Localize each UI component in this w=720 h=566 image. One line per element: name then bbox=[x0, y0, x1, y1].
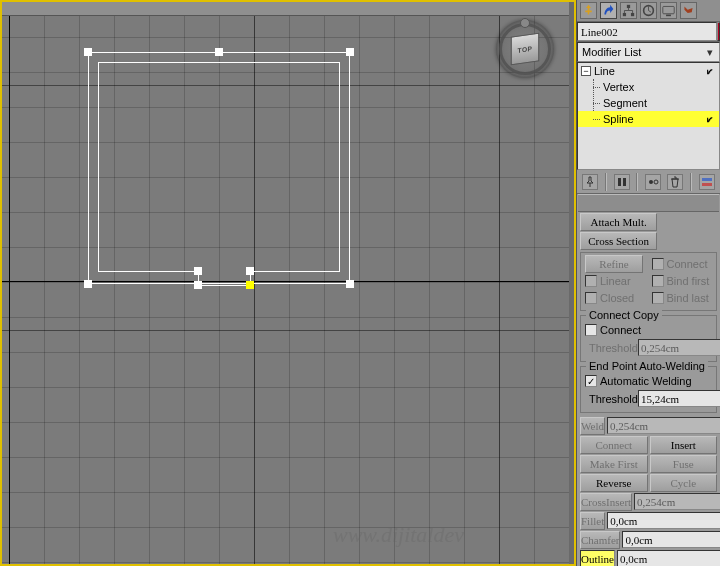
ruler bbox=[2, 2, 574, 16]
stack-toolbar bbox=[577, 170, 720, 194]
outline-spinner[interactable]: ▲▼ bbox=[617, 550, 720, 566]
spline-shape[interactable] bbox=[98, 62, 340, 272]
spline-edge[interactable] bbox=[198, 285, 251, 286]
handle[interactable] bbox=[346, 48, 354, 56]
fillet-button[interactable]: Fillet bbox=[580, 512, 605, 530]
configure-sets-button[interactable] bbox=[699, 174, 715, 190]
stack-sub-segment[interactable]: Segment bbox=[578, 95, 719, 111]
viewcube-top-face[interactable]: TOP bbox=[511, 33, 540, 66]
trash-icon bbox=[669, 176, 681, 188]
stack-root-line[interactable]: − Line 🗸 bbox=[578, 63, 719, 79]
stack-sub-label: Vertex bbox=[603, 81, 634, 93]
aw-threshold-label: Threshold bbox=[589, 393, 638, 405]
svg-rect-10 bbox=[702, 178, 712, 181]
svg-rect-1 bbox=[623, 13, 626, 16]
auto-weld-title: End Point Auto-Welding bbox=[586, 360, 708, 372]
rollup-area[interactable]: Attach Mult. Cross Section Refine Linear bbox=[577, 194, 720, 566]
handle[interactable] bbox=[84, 280, 92, 288]
viewcube-handle[interactable] bbox=[520, 18, 530, 28]
auto-weld-checkbox[interactable]: ✓ bbox=[585, 375, 597, 387]
aw-threshold-input[interactable] bbox=[638, 390, 720, 407]
svg-rect-0 bbox=[627, 5, 630, 8]
attach-mult-button[interactable]: Attach Mult. bbox=[580, 213, 657, 231]
crossinsert-input bbox=[634, 493, 720, 510]
stack-sub-spline[interactable]: Spline 🗸 bbox=[578, 111, 719, 127]
modifier-stack[interactable]: − Line 🗸 Vertex Segment Spline 🗸 bbox=[577, 62, 720, 170]
reverse-button[interactable]: Reverse bbox=[580, 474, 648, 492]
refine-button[interactable]: Refine bbox=[585, 255, 643, 273]
svg-rect-7 bbox=[623, 178, 626, 186]
stack-sub-vertex[interactable]: Vertex bbox=[578, 79, 719, 95]
connect-copy-group: Connect Copy Connect Threshold ▲▼ bbox=[580, 315, 717, 362]
outline-button[interactable]: Outline bbox=[580, 550, 615, 566]
weld-button[interactable]: Weld bbox=[580, 417, 605, 435]
motion-icon bbox=[642, 4, 655, 17]
stack-sub-label: Segment bbox=[603, 97, 647, 109]
svg-rect-5 bbox=[666, 15, 671, 17]
svg-rect-6 bbox=[618, 178, 621, 186]
cc-threshold-label: Threshold bbox=[589, 342, 638, 354]
cc-threshold-input bbox=[638, 339, 720, 356]
configure-icon bbox=[701, 176, 713, 188]
viewport-scrollbar[interactable] bbox=[569, 2, 574, 564]
remove-modifier-button[interactable] bbox=[667, 174, 683, 190]
rollup-header-partial[interactable] bbox=[578, 194, 719, 212]
aw-threshold-spinner[interactable]: ▲▼ bbox=[638, 390, 720, 407]
linear-label: Linear bbox=[600, 275, 631, 287]
vertex[interactable] bbox=[194, 267, 202, 275]
crossinsert-button[interactable]: CrossInsert bbox=[580, 493, 632, 511]
plus-icon bbox=[582, 4, 595, 17]
connect-button[interactable]: Connect bbox=[580, 436, 648, 454]
tab-hierarchy[interactable] bbox=[620, 2, 637, 19]
viewport-top[interactable]: TOP www.dijitaldev bbox=[0, 0, 576, 566]
tab-modify[interactable] bbox=[600, 2, 617, 19]
pin-icon bbox=[584, 176, 596, 188]
command-panel-tabs bbox=[577, 0, 720, 22]
cycle-button[interactable]: Cycle bbox=[650, 474, 718, 492]
viewcube[interactable]: TOP bbox=[496, 20, 554, 78]
modifier-list-dropdown[interactable]: Modifier List ▾ bbox=[577, 42, 720, 62]
cross-section-button[interactable]: Cross Section bbox=[580, 232, 657, 250]
tab-create[interactable] bbox=[580, 2, 597, 19]
show-end-result-button[interactable] bbox=[614, 174, 630, 190]
fuse-button[interactable]: Fuse bbox=[650, 455, 718, 473]
crossinsert-spinner: ▲▼ bbox=[634, 493, 720, 510]
object-name-input[interactable] bbox=[577, 22, 717, 41]
svg-rect-2 bbox=[631, 13, 634, 16]
bind-first-label: Bind first bbox=[667, 275, 710, 287]
vertex[interactable] bbox=[194, 281, 202, 289]
svg-point-9 bbox=[654, 180, 658, 184]
chamfer-input[interactable] bbox=[622, 531, 720, 548]
outline-input[interactable] bbox=[617, 550, 720, 566]
make-first-button[interactable]: Make First bbox=[580, 455, 648, 473]
active-indicator-icon: 🗸 bbox=[705, 114, 715, 125]
tab-motion[interactable] bbox=[640, 2, 657, 19]
handle[interactable] bbox=[215, 48, 223, 56]
bind-last-checkbox bbox=[652, 292, 664, 304]
tab-display[interactable] bbox=[660, 2, 677, 19]
insert-button[interactable]: Insert bbox=[650, 436, 718, 454]
svg-rect-11 bbox=[702, 183, 712, 186]
collapse-icon[interactable]: − bbox=[581, 66, 591, 76]
handle[interactable] bbox=[84, 48, 92, 56]
watermark: www.dijitaldev bbox=[333, 522, 464, 548]
chamfer-spinner[interactable]: ▲▼ bbox=[622, 531, 720, 548]
fillet-spinner[interactable]: ▲▼ bbox=[607, 512, 720, 529]
modify-icon bbox=[602, 4, 615, 17]
hierarchy-icon bbox=[622, 4, 635, 17]
weld-spinner-input bbox=[607, 417, 720, 434]
first-vertex[interactable] bbox=[246, 281, 254, 289]
chamfer-button[interactable]: Chamfer bbox=[580, 531, 620, 549]
pin-stack-button[interactable] bbox=[582, 174, 598, 190]
modifier-list-label: Modifier List bbox=[582, 46, 641, 58]
connect-copy-checkbox[interactable] bbox=[585, 324, 597, 336]
bind-first-checkbox bbox=[652, 275, 664, 287]
tab-utilities[interactable] bbox=[680, 2, 697, 19]
handle[interactable] bbox=[346, 280, 354, 288]
vertex[interactable] bbox=[246, 267, 254, 275]
make-unique-button[interactable] bbox=[645, 174, 661, 190]
connect-refine-label: Connect bbox=[667, 258, 708, 270]
fillet-input[interactable] bbox=[607, 512, 720, 529]
stack-sub-label: Spline bbox=[603, 113, 634, 125]
svg-rect-4 bbox=[663, 6, 674, 13]
